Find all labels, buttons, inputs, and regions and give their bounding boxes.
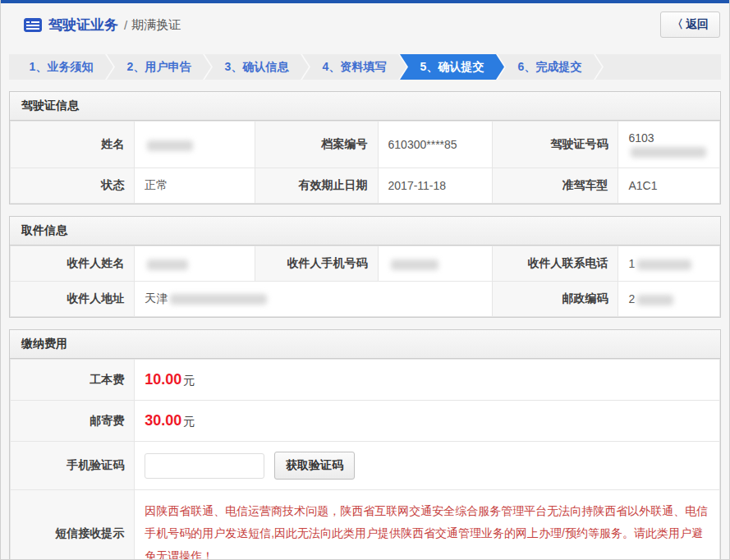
breadcrumb-current: 期满换证 <box>131 17 181 33</box>
table-row: 邮寄费 30.00元 <box>11 401 720 442</box>
production-fee-value: 10.00元 <box>135 360 720 401</box>
fees-table: 工本费 10.00元 邮寄费 30.00元 手机验证码 获取验证码 短信接收提示… <box>10 359 720 560</box>
back-button-label: 返回 <box>686 17 709 30</box>
redacted-value <box>170 294 267 305</box>
mailing-fee-label: 邮寄费 <box>11 401 135 442</box>
sms-code-input[interactable] <box>145 453 264 479</box>
section-pickup-title: 取件信息 <box>10 217 720 246</box>
mailing-fee-amount: 30.00 <box>145 412 181 429</box>
production-fee-label: 工本费 <box>11 360 135 401</box>
recipient-mobile-label: 收件人手机号码 <box>255 246 378 282</box>
name-label: 姓名 <box>11 122 135 168</box>
table-row: 姓名 档案编号 610300****85 驾驶证号码 6103 <box>11 122 720 168</box>
step-4-fill-materials: 4、资料填写 <box>302 54 406 80</box>
back-button[interactable]: 〈返回 <box>660 11 720 38</box>
table-row: 短信接收提示 因陕西省联通、电信运营商技术问题，陕西省互联网交通安全综合服务管理… <box>11 490 720 560</box>
recipient-name-value <box>135 246 255 282</box>
table-row: 收件人地址 天津 邮政编码 2 <box>11 282 720 317</box>
postal-code-label: 邮政编码 <box>492 282 618 317</box>
table-row: 状态 正常 有效期止日期 2017-11-18 准驾车型 A1C1 <box>11 168 720 204</box>
license-number-value: 6103 <box>618 122 720 168</box>
breadcrumb-separator: / <box>124 18 127 32</box>
step-6-complete-submit: 6、完成提交 <box>498 54 602 80</box>
name-value <box>135 122 255 168</box>
license-info-table: 姓名 档案编号 610300****85 驾驶证号码 6103 状态 正常 有效… <box>10 121 720 204</box>
redacted-value <box>147 259 188 270</box>
sms-code-label: 手机验证码 <box>11 442 135 490</box>
section-pickup-info: 取件信息 收件人姓名 收件人手机号码 收件人联系电话 1 收件人地址 天津 邮政… <box>9 216 721 318</box>
get-sms-code-button[interactable]: 获取验证码 <box>274 452 355 480</box>
recipient-name-label: 收件人姓名 <box>11 246 135 282</box>
chevron-left-icon: 〈 <box>672 17 683 30</box>
table-row: 工本费 10.00元 <box>11 360 720 401</box>
postal-code-value: 2 <box>618 282 720 317</box>
vehicle-class-value: A1C1 <box>618 168 720 204</box>
recipient-phone-value: 1 <box>618 246 720 282</box>
redacted-value <box>147 140 193 151</box>
redacted-value <box>637 295 673 305</box>
license-list-icon <box>24 18 42 32</box>
vehicle-class-label: 准驾车型 <box>492 168 618 204</box>
mailing-fee-unit: 元 <box>183 415 195 428</box>
section-fees-title: 缴纳费用 <box>10 330 720 359</box>
file-number-value: 610300****85 <box>378 122 492 168</box>
license-number-label: 驾驶证号码 <box>492 122 618 168</box>
sms-notice-label: 短信接收提示 <box>11 490 135 560</box>
redacted-value <box>637 259 691 270</box>
step-bar-filler <box>595 54 721 80</box>
step-1-business-notice: 1、业务须知 <box>9 54 113 80</box>
sms-code-cell: 获取验证码 <box>135 442 720 490</box>
redacted-value <box>391 259 438 270</box>
sms-notice-cell: 因陕西省联通、电信运营商技术问题，陕西省互联网交通安全综合服务管理平台无法向持陕… <box>135 490 720 560</box>
step-2-user-declaration: 2、用户申告 <box>107 54 211 80</box>
table-row: 收件人姓名 收件人手机号码 收件人联系电话 1 <box>11 246 720 282</box>
page-title: 驾驶证业务 <box>48 16 118 34</box>
table-row: 手机验证码 获取验证码 <box>11 442 720 490</box>
redacted-value <box>631 147 706 158</box>
section-license-title: 驾驶证信息 <box>10 92 720 121</box>
section-fees: 缴纳费用 工本费 10.00元 邮寄费 30.00元 手机验证码 获取验证码 短… <box>9 329 721 560</box>
file-number-label: 档案编号 <box>255 122 378 168</box>
section-license-info: 驾驶证信息 姓名 档案编号 610300****85 驾驶证号码 6103 状态… <box>9 91 721 204</box>
step-3-confirm-info: 3、确认信息 <box>204 54 309 80</box>
production-fee-unit: 元 <box>183 374 195 387</box>
valid-until-label: 有效期止日期 <box>255 168 378 204</box>
recipient-address-value: 天津 <box>135 282 492 317</box>
status-label: 状态 <box>11 168 135 204</box>
page-header: 驾驶证业务 / 期满换证 〈返回 <box>1 3 729 46</box>
recipient-phone-label: 收件人联系电话 <box>492 246 618 282</box>
production-fee-amount: 10.00 <box>145 371 181 388</box>
status-value: 正常 <box>135 168 255 204</box>
sms-notice-text: 因陕西省联通、电信运营商技术问题，陕西省互联网交通安全综合服务管理平台无法向持陕… <box>145 500 709 560</box>
recipient-address-label: 收件人地址 <box>11 282 135 317</box>
pickup-info-table: 收件人姓名 收件人手机号码 收件人联系电话 1 收件人地址 天津 邮政编码 2 <box>10 246 720 317</box>
step-wizard: 1、业务须知 2、用户申告 3、确认信息 4、资料填写 5、确认提交 6、完成提… <box>9 54 721 80</box>
mailing-fee-value: 30.00元 <box>135 401 720 442</box>
step-5-confirm-submit: 5、确认提交 <box>400 54 504 80</box>
valid-until-value: 2017-11-18 <box>378 168 492 204</box>
recipient-mobile-value <box>378 246 492 282</box>
